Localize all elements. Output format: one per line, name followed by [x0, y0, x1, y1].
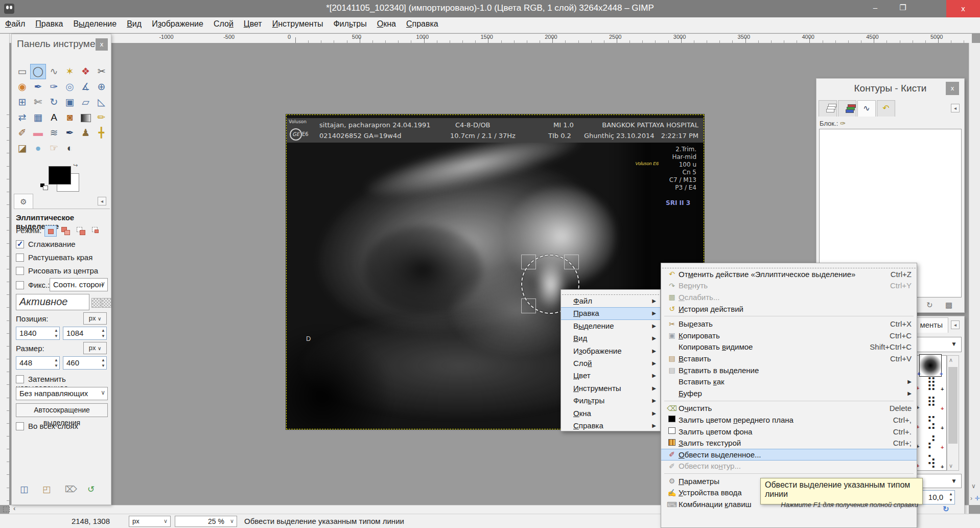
menubar-item-Вид[interactable]: Вид	[122, 17, 147, 31]
context-menu-Фильтры[interactable]: Фильтры▶	[561, 395, 660, 407]
scroll-down-icon[interactable]: ∨	[949, 463, 953, 469]
context-menu-Вид[interactable]: Вид▶	[561, 332, 660, 345]
selection-handle-bottom-left[interactable]	[521, 299, 536, 313]
size-unit-dropdown[interactable]: px ∨	[83, 342, 107, 354]
tool-measure[interactable]: ∡	[78, 79, 94, 95]
edit-menu-fade[interactable]: ▩Ослабить...	[661, 291, 917, 303]
tool-rotate[interactable]: ↻	[46, 95, 62, 110]
tab-paths[interactable]: ∿	[857, 100, 876, 117]
menubar-item-Справка[interactable]: Справка	[401, 17, 444, 31]
edit-menu-stroke-path[interactable]: ✐Обвести контур...	[661, 461, 917, 472]
edit-menu-clear[interactable]: ⌫ОчиститьDelete	[661, 403, 917, 415]
zoom-dropdown[interactable]: 25 %∨	[175, 516, 237, 527]
tab-channels[interactable]	[838, 100, 856, 117]
tool-clone[interactable]: ♟	[78, 125, 94, 141]
tool-paths[interactable]: ✒	[30, 79, 46, 95]
vertical-ruler[interactable]	[0, 34, 10, 505]
menubar-item-Фильтры[interactable]: Фильтры	[328, 17, 371, 31]
foreground-color-swatch[interactable]	[49, 166, 71, 185]
selection-handle-top-right[interactable]	[564, 255, 579, 269]
tool-paintbrush[interactable]: ✐	[14, 125, 30, 141]
tool-move[interactable]: ⊕	[94, 79, 109, 95]
tool-select-by-color[interactable]: ❖	[78, 64, 94, 79]
tool-flip[interactable]: ⇄	[14, 110, 30, 125]
brush-list-scrollbar[interactable]: ∧ ∨	[947, 355, 959, 471]
swap-colors-icon[interactable]: ↪	[73, 162, 78, 169]
edit-menu-fill-pattern[interactable]: Залить текстуройCtrl+;	[661, 437, 917, 449]
scrollbar-thumb[interactable]	[948, 367, 958, 444]
tool-pencil[interactable]: ✏	[94, 110, 109, 125]
tab-undo-history[interactable]: ↶	[877, 100, 895, 117]
context-menu-Правка[interactable]: Правка▶	[561, 307, 660, 319]
lock-brush-icon[interactable]: ✑	[840, 120, 846, 127]
edit-menu-paste-into[interactable]: ▤Вставить в выделение	[661, 364, 917, 376]
tool-foreground-select[interactable]: ◉	[14, 79, 30, 95]
tool-crop[interactable]: ✄	[30, 95, 46, 110]
restore-options-icon[interactable]: ◰	[42, 484, 51, 495]
tool-zoom[interactable]: ◎	[62, 79, 78, 95]
position-x-stepper[interactable]: 1840▲▼	[16, 327, 60, 340]
restore-preset-icon[interactable]	[102, 298, 111, 308]
position-unit-dropdown[interactable]: px ∨	[83, 312, 107, 325]
vertical-scrollbar[interactable]	[969, 43, 980, 505]
edit-menu-fill-fg[interactable]: Залить цветом переднего планаCtrl+,	[661, 414, 917, 426]
save-options-icon[interactable]: ◫	[20, 484, 28, 495]
size-height-stepper[interactable]: 460▲▼	[63, 356, 107, 370]
brush-chalk[interactable]: ⣿++	[919, 374, 944, 392]
edit-menu-undo-history[interactable]: ↺История действий	[661, 303, 917, 315]
feather-row[interactable]: Растушевать края	[16, 253, 92, 262]
tool-perspective[interactable]: ◺	[94, 95, 109, 110]
horizontal-ruler[interactable]: -1000-5000500100015002000250030003500400…	[9, 34, 972, 43]
brush-fuzzy-circle[interactable]: ++	[919, 354, 944, 373]
stepper-arrows-icon[interactable]: ▲▼	[101, 328, 105, 339]
menubar-item-Правка[interactable]: Правка	[30, 17, 68, 31]
edit-menu-paste[interactable]: ▤ВставитьCtrl+V	[661, 353, 917, 364]
tool-smudge[interactable]: ☞	[46, 141, 62, 156]
guides-dropdown[interactable]: Без направляющих∨	[16, 387, 108, 400]
tool-cage-transform[interactable]: ▦	[30, 110, 46, 125]
context-menu-Инструменты[interactable]: Инструменты▶	[561, 382, 660, 395]
sample-merged-row[interactable]: Во всех слоях	[16, 422, 78, 430]
center-checkbox[interactable]	[16, 267, 24, 275]
edit-menu-stroke-selection[interactable]: ✐Обвести выделенное...	[661, 449, 917, 461]
tool-fuzzy-select[interactable]: ✶	[62, 64, 78, 79]
size-width-stepper[interactable]: 448▲▼	[16, 356, 60, 370]
unit-dropdown[interactable]: px∨	[129, 516, 171, 527]
reset-options-icon[interactable]: ↺	[87, 484, 95, 495]
delete-options-icon[interactable]: ⌦	[65, 484, 77, 495]
tool-bucket-fill[interactable]: ◙	[62, 110, 78, 125]
selection-bounds-icon[interactable]	[3, 507, 10, 512]
tool-shear[interactable]: ▱	[78, 95, 94, 110]
sample-merged-checkbox[interactable]	[16, 422, 24, 430]
brush-sparks[interactable]: ⡜++	[919, 432, 944, 450]
context-menu-Выделение[interactable]: Выделение▶	[561, 320, 660, 332]
tool-ink[interactable]: ✒	[62, 125, 78, 141]
tab-menu-icon[interactable]: ◂	[951, 320, 960, 329]
minimize-button[interactable]: –	[864, 0, 887, 15]
context-menu-Окна[interactable]: Окна▶	[561, 407, 660, 420]
feather-checkbox[interactable]	[16, 254, 24, 262]
fixed-dropdown[interactable]: Соотн. сторон∨	[50, 278, 108, 291]
antialiasing-checkbox[interactable]	[16, 240, 24, 248]
menubar-item-Файл[interactable]: Файл	[0, 17, 30, 31]
tool-rectangle-select[interactable]: ▭	[14, 64, 30, 79]
refresh-icon[interactable]: ↻	[943, 504, 949, 514]
antialiasing-row[interactable]: Сглаживание	[16, 240, 76, 248]
menubar-item-Слой[interactable]: Слой	[208, 17, 239, 31]
maximize-button[interactable]: ❐	[891, 0, 915, 15]
context-menu-Цвет[interactable]: Цвет▶	[561, 370, 660, 382]
tool-text[interactable]: A	[46, 110, 62, 125]
brush-pepper[interactable]: ⣫++	[919, 412, 944, 431]
tearoff-line[interactable]	[662, 263, 916, 268]
brush-vine[interactable]: ⢵++	[919, 451, 944, 470]
stepper-arrows-icon[interactable]: ▲▼	[54, 357, 58, 369]
tool-heal[interactable]: ╋	[94, 125, 109, 141]
tool-blur-sharpen[interactable]: ●	[30, 141, 46, 156]
preset-input[interactable]: Активное	[16, 294, 89, 310]
edit-menu-copy-visible[interactable]: Копировать видимоеShift+Ctrl+C	[661, 341, 917, 353]
tool-perspective-clone[interactable]: ◪	[14, 141, 30, 156]
pan-view-icon[interactable]: ✛	[975, 495, 980, 502]
selection-handle-top-left[interactable]	[521, 255, 536, 269]
tool-color-picker[interactable]: ✑	[46, 79, 62, 95]
toolbox-close-icon[interactable]: x	[96, 38, 108, 51]
